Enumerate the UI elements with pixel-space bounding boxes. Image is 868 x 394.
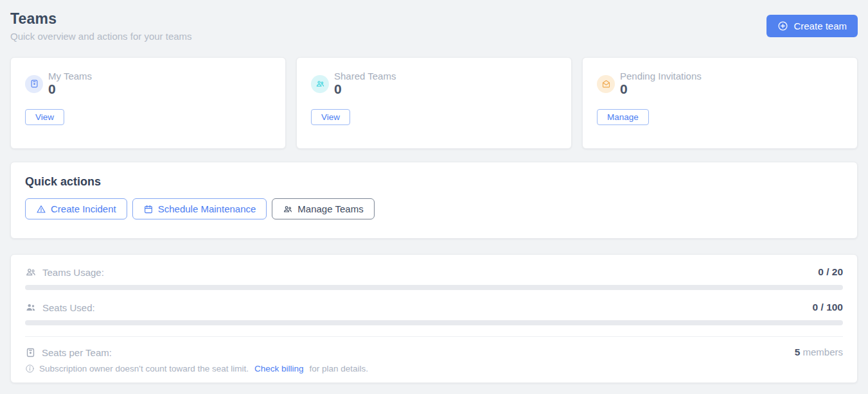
group-icon	[311, 75, 329, 93]
teams-usage-label: Teams Usage:	[42, 267, 104, 278]
usage-divider	[25, 336, 843, 337]
create-team-label: Create team	[793, 21, 847, 31]
page-header-text: Teams Quick overview and actions for you…	[10, 10, 192, 42]
seats-per-team-row: Seats per Team: 5 members	[25, 347, 843, 358]
view-shared-teams-button[interactable]: View	[311, 109, 350, 125]
create-team-button[interactable]: Create team	[766, 15, 858, 37]
manage-invitations-button[interactable]: Manage	[597, 109, 649, 125]
stat-card-text: Pending Invitations 0	[620, 71, 702, 97]
mail-open-icon	[597, 75, 615, 93]
schedule-maintenance-label: Schedule Maintenance	[158, 203, 256, 214]
quick-actions-card: Quick actions Create Incident Schedule M…	[10, 162, 858, 239]
calendar-icon	[143, 204, 154, 214]
seats-per-team-suffix: members	[800, 347, 843, 357]
stat-card-text: My Teams 0	[48, 71, 92, 97]
group-outline-icon	[25, 266, 37, 278]
check-billing-link[interactable]: Check billing	[254, 364, 304, 373]
stats-row: My Teams 0 View Shared Teams 0 View	[10, 57, 858, 149]
seats-per-team-label-wrap: Seats per Team:	[25, 347, 112, 358]
quick-actions-title: Quick actions	[25, 175, 843, 189]
stat-value: 0	[334, 81, 396, 97]
seats-per-team-value-wrap: 5 members	[795, 347, 843, 358]
stat-value: 0	[48, 81, 92, 97]
page-subtitle: Quick overview and actions for your team…	[10, 31, 192, 42]
stat-card-shared-teams: Shared Teams 0 View	[296, 57, 572, 149]
stat-label: Pending Invitations	[620, 71, 702, 81]
stat-card-pending-invitations: Pending Invitations 0 Manage	[582, 57, 858, 149]
manage-teams-button[interactable]: Manage Teams	[272, 198, 374, 219]
teams-usage-row: Teams Usage: 0 / 20	[25, 266, 843, 278]
stat-card-text: Shared Teams 0	[334, 71, 396, 97]
seats-used-label-wrap: Seats Used:	[25, 302, 95, 313]
seats-per-team-label: Seats per Team:	[42, 347, 112, 358]
seats-used-row: Seats Used: 0 / 100	[25, 302, 843, 313]
teams-usage-progressbar	[25, 285, 843, 290]
stat-card-top: My Teams 0	[25, 71, 271, 97]
stat-label: Shared Teams	[334, 71, 396, 81]
badge-icon	[25, 75, 43, 93]
seats-used-label: Seats Used:	[42, 302, 95, 313]
teams-page: Teams Quick overview and actions for you…	[0, 0, 868, 394]
create-incident-label: Create Incident	[51, 203, 116, 214]
group-icon	[283, 204, 293, 214]
view-my-teams-button[interactable]: View	[25, 109, 64, 125]
seats-used-value: 0 / 100	[813, 302, 843, 313]
info-icon	[25, 364, 35, 373]
manage-teams-label: Manage Teams	[297, 203, 363, 214]
stat-label: My Teams	[48, 71, 92, 81]
stat-value: 0	[620, 81, 702, 97]
note-text: Subscription owner doesn't count toward …	[39, 364, 249, 373]
create-incident-button[interactable]: Create Incident	[25, 198, 127, 219]
plus-circle-icon	[777, 21, 788, 31]
stat-card-top: Pending Invitations 0	[597, 71, 843, 97]
note-suffix: for plan details.	[310, 364, 369, 373]
schedule-maintenance-button[interactable]: Schedule Maintenance	[132, 198, 267, 219]
page-header: Teams Quick overview and actions for you…	[10, 10, 858, 42]
badge-icon	[25, 347, 36, 358]
stat-card-my-teams: My Teams 0 View	[10, 57, 286, 149]
quick-actions-buttons: Create Incident Schedule Maintenance Man…	[25, 198, 843, 219]
seats-used-progressbar	[25, 320, 843, 325]
people-filled-icon	[25, 302, 37, 313]
teams-usage-value: 0 / 20	[818, 266, 843, 278]
page-title: Teams	[10, 10, 192, 28]
stat-card-top: Shared Teams 0	[311, 71, 557, 97]
warning-icon	[36, 204, 46, 214]
usage-card: Teams Usage: 0 / 20 Seats Used: 0 / 100	[10, 254, 858, 383]
teams-usage-label-wrap: Teams Usage:	[25, 266, 104, 278]
seat-limit-note: Subscription owner doesn't count toward …	[25, 364, 843, 373]
